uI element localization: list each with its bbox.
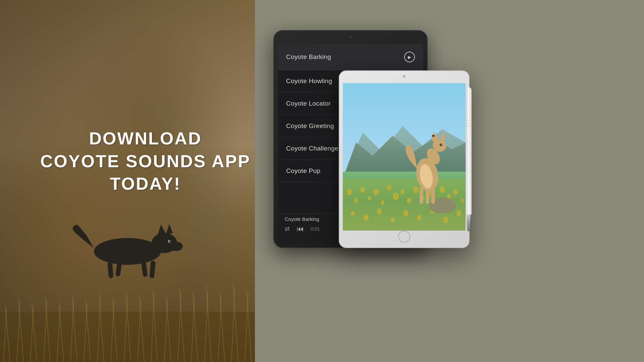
svg-point-77 bbox=[390, 217, 394, 222]
svg-point-78 bbox=[403, 210, 409, 217]
svg-point-60 bbox=[373, 188, 379, 195]
svg-rect-90 bbox=[426, 189, 429, 204]
headline-line2: COYOTE SOUNDS APP bbox=[40, 152, 251, 171]
tablet-dark-camera bbox=[349, 36, 352, 38]
svg-point-58 bbox=[360, 187, 365, 193]
svg-rect-48 bbox=[141, 260, 148, 277]
svg-point-73 bbox=[461, 198, 464, 203]
sound-item-label: Coyote Greeting bbox=[286, 122, 334, 130]
headline: DOWNLOAD COYOTE SOUNDS APP TODAY! bbox=[40, 127, 251, 195]
play-button-barking[interactable]: ▶ bbox=[404, 52, 415, 62]
skip-back-button[interactable]: ⏮ bbox=[297, 225, 304, 233]
svg-rect-89 bbox=[420, 187, 423, 204]
shuffle-button[interactable]: ⇄ bbox=[285, 225, 290, 233]
svg-point-74 bbox=[351, 211, 355, 216]
svg-marker-88 bbox=[440, 131, 446, 140]
svg-point-82 bbox=[457, 210, 461, 217]
svg-point-81 bbox=[443, 217, 448, 224]
svg-point-51 bbox=[169, 241, 171, 242]
svg-point-59 bbox=[368, 196, 371, 200]
coyote-howling-svg bbox=[404, 123, 453, 208]
svg-rect-49 bbox=[149, 260, 155, 278]
svg-point-57 bbox=[354, 198, 358, 203]
svg-point-62 bbox=[387, 185, 392, 191]
pencil-body bbox=[466, 87, 472, 215]
sound-item-label: Coyote Challenge bbox=[286, 145, 338, 152]
headline-line1: DOWNLOAD bbox=[89, 129, 202, 148]
svg-point-79 bbox=[417, 215, 422, 221]
left-panel-text: DOWNLOAD COYOTE SOUNDS APP TODAY! bbox=[40, 127, 251, 195]
sound-item-label: Coyote Pup bbox=[286, 167, 320, 175]
svg-rect-46 bbox=[107, 261, 113, 278]
svg-point-56 bbox=[347, 188, 352, 195]
coyote-walking-figure bbox=[60, 208, 195, 282]
tablet-white bbox=[339, 70, 470, 248]
svg-point-94 bbox=[441, 144, 442, 145]
headline-line3: TODAY! bbox=[110, 174, 181, 193]
sound-item-label: Coyote Howling bbox=[286, 77, 332, 85]
apple-pencil bbox=[466, 87, 472, 231]
svg-point-63 bbox=[393, 192, 399, 200]
svg-rect-2 bbox=[0, 312, 255, 362]
sound-item-label: Coyote Locator bbox=[286, 100, 331, 107]
svg-point-72 bbox=[453, 189, 458, 195]
play-icon: ▶ bbox=[408, 55, 411, 60]
sound-item-barking[interactable]: Coyote Barking ▶ bbox=[278, 44, 423, 70]
tablet-white-home-button[interactable] bbox=[398, 231, 410, 243]
tablet-white-screen bbox=[343, 83, 466, 231]
tablet-white-camera bbox=[403, 75, 406, 77]
player-time: 0:01 bbox=[311, 226, 320, 232]
svg-point-41 bbox=[94, 238, 161, 265]
svg-rect-91 bbox=[431, 187, 435, 204]
coyote-howling-image bbox=[343, 83, 466, 231]
sound-item-label: Coyote Barking bbox=[286, 53, 331, 61]
svg-marker-44 bbox=[158, 225, 166, 235]
svg-marker-45 bbox=[166, 224, 173, 234]
pencil-grip-svg bbox=[466, 87, 472, 215]
svg-point-76 bbox=[377, 208, 382, 214]
svg-point-61 bbox=[381, 200, 385, 205]
pencil-tip bbox=[467, 215, 471, 231]
svg-point-75 bbox=[363, 214, 369, 221]
svg-point-52 bbox=[179, 246, 182, 249]
